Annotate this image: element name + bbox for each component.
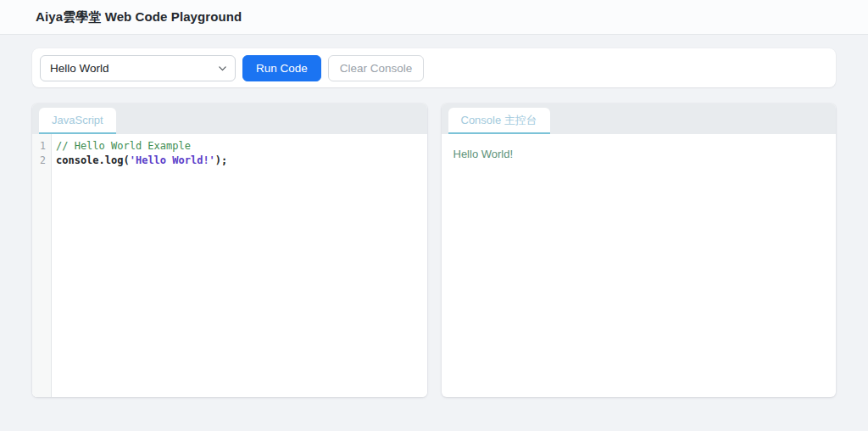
code-token-comment: // Hello World Example xyxy=(56,140,191,152)
tab-javascript[interactable]: JavaScript xyxy=(39,108,116,134)
code-editor[interactable]: 12 // Hello World Exampleconsole.log('He… xyxy=(32,134,427,397)
console-panel: Console 主控台 Hello World! xyxy=(442,104,837,397)
code-lines[interactable]: // Hello World Exampleconsole.log('Hello… xyxy=(52,134,232,397)
example-select-wrap: Hello World xyxy=(40,55,236,81)
code-token-plain: ); xyxy=(215,154,227,166)
console-entry: Hello World! xyxy=(453,147,825,162)
app-header: Aiya雲學堂 Web Code Playground xyxy=(0,0,868,35)
code-token-plain: console.log( xyxy=(56,154,130,166)
main-content: Hello World Run Code Clear Console JavaS… xyxy=(0,35,868,397)
tab-console-label: Console 主控台 xyxy=(461,113,537,128)
tab-javascript-label: JavaScript xyxy=(52,114,103,126)
console-output: Hello World! xyxy=(442,134,837,175)
toolbar: Hello World Run Code Clear Console xyxy=(32,48,836,87)
editor-panel: JavaScript 12 // Hello World Examplecons… xyxy=(32,104,427,397)
gutter: 12 xyxy=(32,134,52,397)
clear-console-button[interactable]: Clear Console xyxy=(328,55,425,81)
editor-tabbar: JavaScript xyxy=(32,104,427,134)
line-number: 1 xyxy=(32,139,46,154)
code-token-string: 'Hello World!' xyxy=(130,154,215,166)
code-line[interactable]: // Hello World Example xyxy=(56,139,227,154)
line-number: 2 xyxy=(32,154,46,168)
page-title: Aiya雲學堂 Web Code Playground xyxy=(36,9,242,25)
code-line[interactable]: console.log('Hello World!'); xyxy=(56,154,227,168)
console-tabbar: Console 主控台 xyxy=(442,104,837,134)
example-select[interactable]: Hello World xyxy=(40,55,236,81)
panels-row: JavaScript 12 // Hello World Examplecons… xyxy=(32,104,836,397)
run-code-button[interactable]: Run Code xyxy=(242,55,321,81)
tab-console[interactable]: Console 主控台 xyxy=(448,108,550,134)
